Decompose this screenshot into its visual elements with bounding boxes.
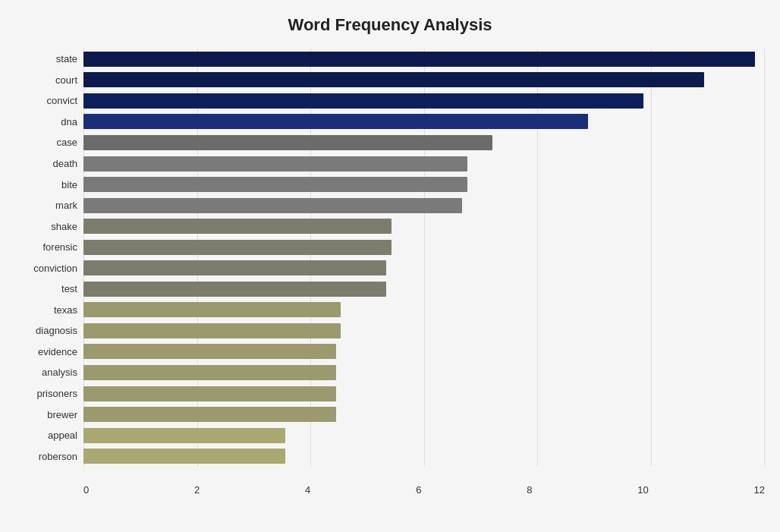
bar-row	[83, 134, 765, 151]
bar	[83, 282, 386, 297]
y-label: conviction	[33, 263, 77, 273]
y-label: texas	[54, 305, 77, 315]
x-tick: 12	[754, 484, 765, 496]
bar	[83, 449, 285, 464]
bar-row	[83, 113, 765, 130]
bar-row	[83, 51, 765, 68]
bar	[83, 135, 492, 150]
bar	[83, 407, 336, 422]
y-label: death	[52, 159, 77, 168]
y-label: diagnosis	[36, 326, 77, 335]
y-label: bite	[61, 180, 77, 190]
y-label: roberson	[39, 452, 77, 461]
bar	[83, 72, 704, 87]
bar	[83, 302, 341, 317]
bar-row	[83, 448, 765, 464]
y-label: state	[56, 54, 77, 64]
bar-row	[83, 71, 765, 88]
x-tick: 2	[194, 484, 200, 496]
bar-row	[83, 301, 765, 318]
y-label: convict	[47, 96, 77, 105]
bar-row	[83, 427, 765, 444]
bar	[83, 52, 755, 67]
y-labels: statecourtconvictdnacasedeathbitemarksha…	[15, 49, 83, 467]
bar	[83, 114, 588, 129]
y-label: evidence	[38, 347, 77, 357]
y-label: brewer	[47, 410, 77, 420]
y-label: analysis	[42, 367, 77, 377]
bar-row	[83, 260, 765, 276]
bar	[83, 156, 467, 172]
bar-row	[83, 364, 765, 381]
y-label: appeal	[48, 430, 77, 440]
y-label: mark	[55, 200, 77, 210]
bar	[83, 428, 285, 443]
bar	[83, 260, 386, 275]
bar-row	[83, 239, 765, 256]
x-axis-ticks: 024681012	[83, 484, 765, 496]
bar-row	[83, 281, 765, 297]
bar	[83, 198, 462, 213]
chart-container: Word Frequency Analysis statecourtconvic…	[0, 0, 780, 532]
bar-row	[83, 197, 765, 214]
bar-row	[83, 323, 765, 339]
y-label: forensic	[42, 242, 77, 252]
bar	[83, 365, 336, 380]
chart-area: statecourtconvictdnacasedeathbitemarksha…	[15, 49, 765, 467]
bar-row	[83, 176, 765, 193]
y-label: shake	[51, 222, 77, 231]
bar-row	[83, 343, 765, 360]
x-tick: 0	[83, 484, 89, 496]
y-label: prisoners	[37, 389, 77, 398]
bar	[83, 386, 336, 401]
y-label: test	[61, 284, 77, 294]
x-tick: 6	[416, 484, 421, 496]
x-tick: 8	[527, 484, 532, 496]
bar	[83, 219, 392, 234]
x-tick: 10	[637, 484, 648, 496]
bar-row	[83, 406, 765, 423]
bar	[83, 177, 467, 192]
y-label: court	[55, 75, 77, 85]
bar-row	[83, 93, 765, 109]
bar	[83, 323, 341, 338]
bar	[83, 240, 392, 255]
y-label: case	[57, 137, 77, 147]
bar-row	[83, 386, 765, 402]
bar	[83, 344, 336, 359]
chart-title: Word Frequency Analysis	[15, 15, 765, 35]
bars-and-grid: 024681012	[83, 49, 765, 467]
y-label: dna	[61, 117, 77, 127]
bar	[83, 93, 643, 109]
bar-row	[83, 218, 765, 235]
x-tick: 4	[305, 484, 310, 496]
bar-row	[83, 156, 765, 172]
